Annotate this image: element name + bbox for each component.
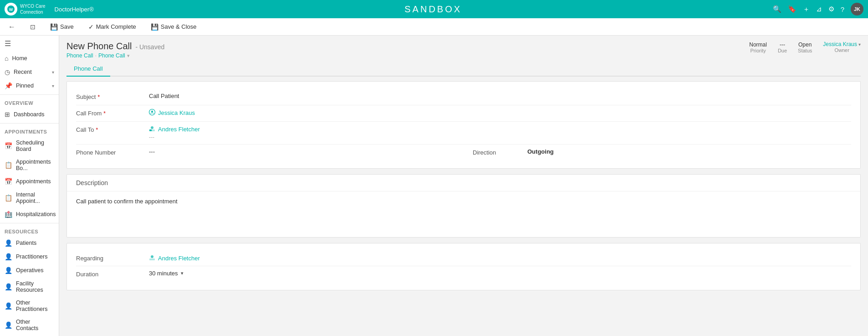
call-to-value-block: Andres Fletcher --- <box>149 125 851 140</box>
checkmark-icon: ✓ <box>88 23 94 31</box>
page-title: New Phone Call <box>66 41 132 52</box>
call-to-required: * <box>96 127 98 133</box>
clipboard-icon: 📋 <box>5 161 12 169</box>
call-to-label: Call To * <box>76 125 149 133</box>
page-title-block: New Phone Call - Unsaved Phone Call · Ph… <box>66 41 164 59</box>
sidebar-item-appointments-board[interactable]: 📋 Appointments Bo... <box>0 155 59 175</box>
pin-icon: 📌 <box>5 82 12 89</box>
app-logo[interactable]: W WYCO CareConnection <box>5 3 46 16</box>
chevron-down-icon: ▾ <box>52 70 54 75</box>
tab-phone-call[interactable]: Phone Call <box>66 62 110 77</box>
breadcrumb-separator: · <box>95 52 97 59</box>
search-icon[interactable]: 🔍 <box>773 5 781 13</box>
duration-row: Duration 30 minutes ▾ <box>76 266 851 283</box>
meta-status: Open Status <box>798 41 812 53</box>
call-to-subtext: --- <box>149 133 851 140</box>
sidebar-item-hospitalizations[interactable]: 🏥 Hospitalizations <box>0 207 59 221</box>
svg-text:W: W <box>9 7 13 12</box>
add-icon[interactable]: ＋ <box>803 5 810 14</box>
subject-row: Subject * Call Patient <box>76 89 851 105</box>
back-button[interactable]: ← <box>5 21 18 33</box>
direction-label: Direction <box>473 148 527 156</box>
logo-text: WYCO CareConnection <box>20 3 46 15</box>
breadcrumb-dropdown-icon[interactable]: ▾ <box>127 53 130 59</box>
internal-icon: 📋 <box>5 194 12 202</box>
svg-point-3 <box>151 111 153 113</box>
regarding-person-icon <box>149 254 155 262</box>
phone-number-row: Phone Number --- Direction Outgoing <box>76 145 851 161</box>
sidebar-item-patients[interactable]: 👤 Patients <box>0 236 59 250</box>
sandbox-title: SANDBOX <box>94 4 773 15</box>
tabs-bar: Phone Call <box>66 62 861 77</box>
topbar: W WYCO CareConnection DoctorHelper® SAND… <box>0 0 868 18</box>
owner-link[interactable]: Jessica Kraus <box>823 41 857 47</box>
subject-required: * <box>97 94 100 100</box>
svg-rect-7 <box>149 258 155 260</box>
page-header: New Phone Call - Unsaved Phone Call · Ph… <box>66 41 861 59</box>
sidebar-item-operatives[interactable]: 👤 Operatives <box>0 264 59 277</box>
subject-value[interactable]: Call Patient <box>149 93 851 99</box>
person-group-icon <box>149 125 155 133</box>
practitioner-icon: 👤 <box>5 253 12 260</box>
help-icon[interactable]: ? <box>841 5 844 13</box>
overview-group-header: Overview <box>0 97 59 108</box>
mark-complete-button[interactable]: ✓ Mark Complete <box>86 21 139 32</box>
dashboard-icon: ⊞ <box>5 111 10 118</box>
duration-value[interactable]: 30 minutes ▾ <box>149 270 851 277</box>
sidebar-item-scheduling-board[interactable]: 📅 Scheduling Board <box>0 136 59 155</box>
description-card: Description Call patient to confirm the … <box>66 174 861 238</box>
svg-point-5 <box>151 126 153 129</box>
regarding-card: Regarding Andres Fletcher Duration 30 mi… <box>66 243 861 290</box>
sidebar-item-home[interactable]: ⌂ Home <box>0 52 59 65</box>
sidebar-item-pinned[interactable]: 📌 Pinned ▾ <box>0 79 59 93</box>
filter-icon[interactable]: ⊿ <box>816 5 822 13</box>
sidebar-item-appointments[interactable]: 📅 Appointments <box>0 175 59 188</box>
direction-value: Outgoing <box>527 148 851 155</box>
phone-number-label: Phone Number <box>76 148 149 156</box>
facility-icon: 👤 <box>5 283 12 290</box>
content-layout: ☰ ⌂ Home ◷ Recent ▾ 📌 Pinned ▾ Overview … <box>0 36 868 336</box>
settings-icon[interactable]: ⚙ <box>828 5 834 13</box>
sidebar-item-other-practitioners[interactable]: 👤 Other Practitioners <box>0 296 59 315</box>
hospital-icon: 🏥 <box>5 211 12 218</box>
svg-point-8 <box>151 255 153 258</box>
regarding-label: Regarding <box>76 255 149 262</box>
owner-dropdown-icon[interactable]: ▾ <box>858 42 861 47</box>
bookmark-icon[interactable]: 🔖 <box>788 5 797 13</box>
breadcrumb-link-1[interactable]: Phone Call <box>66 52 93 59</box>
back-icon: ← <box>8 23 15 31</box>
phone-number-value[interactable]: --- <box>149 148 473 155</box>
sidebar-item-other-contacts[interactable]: 👤 Other Contacts <box>0 315 59 335</box>
sidebar-item-facility-resources[interactable]: 👤 Facility Resources <box>0 277 59 296</box>
patient-icon: 👤 <box>5 239 12 247</box>
duration-select[interactable]: 30 minutes ▾ <box>149 270 184 277</box>
call-to-row: Call To * Andres Fletcher --- <box>76 122 851 145</box>
description-body[interactable]: Call patient to confirm the appointment <box>67 191 860 237</box>
sidebar: ☰ ⌂ Home ◷ Recent ▾ 📌 Pinned ▾ Overview … <box>0 36 59 336</box>
user-avatar[interactable]: JK <box>851 3 863 16</box>
appointments-icon: 📅 <box>5 178 12 185</box>
refresh-icon: ⊡ <box>30 23 36 31</box>
refresh-button[interactable]: ⊡ <box>27 21 38 32</box>
sidebar-item-internal-appoint[interactable]: 📋 Internal Appoint... <box>0 188 59 207</box>
app-name: DoctorHelper® <box>55 6 94 13</box>
user-circle-icon <box>149 109 155 117</box>
description-header: Description <box>67 175 860 191</box>
regarding-value[interactable]: Andres Fletcher <box>149 254 851 262</box>
sidebar-item-recent[interactable]: ◷ Recent ▾ <box>0 65 59 79</box>
form-card: Subject * Call Patient Call From * Jessi… <box>66 81 861 169</box>
page-meta: Normal Priority --- Due Open Status Jess… <box>749 41 861 53</box>
other-pract-icon: 👤 <box>5 302 12 310</box>
call-from-value[interactable]: Jessica Kraus <box>149 109 851 117</box>
call-to-value[interactable]: Andres Fletcher <box>149 125 851 133</box>
appointments-group-header: Appointments <box>0 125 59 136</box>
hamburger-icon[interactable]: ☰ <box>0 36 59 52</box>
save-close-button[interactable]: 💾 Save & Close <box>148 21 199 32</box>
chevron-down-icon: ▾ <box>52 83 54 88</box>
unsaved-label: - Unsaved <box>135 43 164 51</box>
sidebar-item-dashboards[interactable]: ⊞ Dashboards <box>0 108 59 121</box>
main-content: New Phone Call - Unsaved Phone Call · Ph… <box>59 36 868 336</box>
save-button[interactable]: 💾 Save <box>47 21 77 32</box>
sidebar-item-practitioners[interactable]: 👤 Practitioners <box>0 250 59 264</box>
breadcrumb-link-2[interactable]: Phone Call <box>98 52 125 59</box>
